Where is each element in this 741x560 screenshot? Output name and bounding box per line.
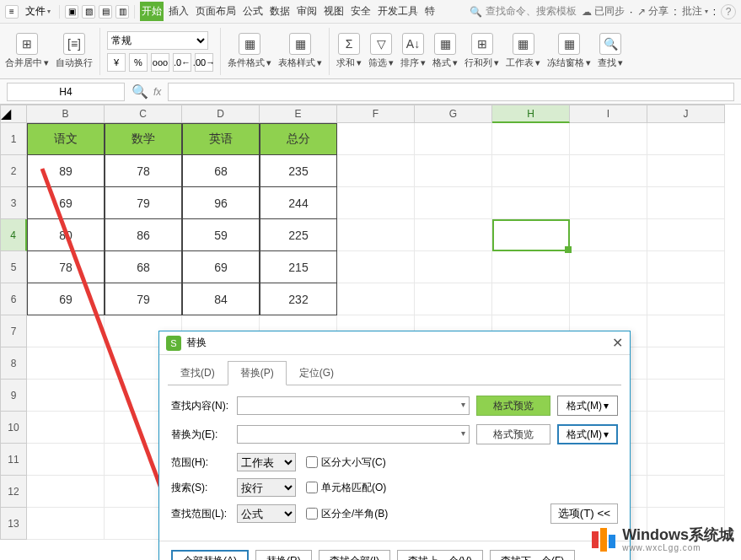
print-preview-icon[interactable]: ▥ xyxy=(115,5,129,19)
col-header[interactable]: F xyxy=(337,105,415,123)
col-header[interactable]: C xyxy=(105,105,182,123)
freeze-group[interactable]: ▦ 冻结窗格▾ xyxy=(547,33,591,69)
cell[interactable]: 96 xyxy=(182,187,260,219)
cell[interactable]: 232 xyxy=(260,283,337,315)
match-width-checkbox[interactable]: 区分全/半角(B) xyxy=(306,507,388,521)
tab-data[interactable]: 数据 xyxy=(268,2,292,21)
cell[interactable]: 68 xyxy=(182,155,260,187)
cell[interactable] xyxy=(570,187,647,219)
tab-view[interactable]: 视图 xyxy=(322,2,346,21)
percent-icon[interactable]: % xyxy=(129,53,148,72)
cell[interactable]: 79 xyxy=(105,187,182,219)
cell[interactable] xyxy=(27,476,105,508)
cell[interactable] xyxy=(647,123,725,155)
format-group[interactable]: ▦ 格式▾ xyxy=(432,33,458,69)
tab-insert[interactable]: 插入 xyxy=(167,2,191,21)
cell[interactable]: 89 xyxy=(27,155,105,187)
cell[interactable] xyxy=(27,380,105,412)
cell[interactable] xyxy=(570,123,647,155)
cell[interactable] xyxy=(647,155,725,187)
replace-format-button[interactable]: 格式(M)▾ xyxy=(557,424,618,444)
cell[interactable] xyxy=(337,123,415,155)
cell[interactable] xyxy=(647,412,725,444)
cell[interactable]: 78 xyxy=(27,251,105,283)
row-header[interactable]: 3 xyxy=(0,187,27,219)
cell[interactable] xyxy=(415,155,492,187)
options-toggle-button[interactable]: 选项(T) << xyxy=(550,503,618,524)
row-header[interactable]: 1 xyxy=(0,123,27,155)
decrease-decimal-icon[interactable]: .0← xyxy=(173,53,191,72)
cell[interactable] xyxy=(492,187,570,219)
cell[interactable] xyxy=(492,123,570,155)
row-header[interactable]: 13 xyxy=(0,508,27,540)
tab-devtools[interactable]: 开发工具 xyxy=(376,2,420,21)
table-style-group[interactable]: ▦ 表格样式▾ xyxy=(278,33,322,69)
cell[interactable]: 59 xyxy=(182,219,260,251)
replace-all-button[interactable]: 全部替换(A) xyxy=(171,550,249,560)
cell[interactable] xyxy=(570,251,647,283)
dialog-titlebar[interactable]: S 替换 ✕ xyxy=(159,331,630,355)
row-header[interactable]: 11 xyxy=(0,444,27,476)
cell[interactable]: 215 xyxy=(260,251,337,283)
scope-select[interactable]: 工作表 xyxy=(237,453,296,471)
cell[interactable] xyxy=(570,219,647,251)
row-header[interactable]: 6 xyxy=(0,283,27,315)
cell[interactable] xyxy=(27,347,105,380)
tab-replace[interactable]: 替换(P) xyxy=(228,361,287,385)
cell[interactable] xyxy=(337,155,415,187)
auto-wrap-group[interactable]: [≡] 自动换行 xyxy=(56,33,93,69)
cell[interactable] xyxy=(27,412,105,444)
find-all-button[interactable]: 查找全部(I) xyxy=(319,550,390,560)
print-icon[interactable]: ▤ xyxy=(99,5,112,19)
row-header[interactable]: 5 xyxy=(0,251,27,283)
match-cell-checkbox[interactable]: 单元格匹配(O) xyxy=(306,481,386,495)
col-header[interactable]: I xyxy=(570,105,647,123)
cell[interactable]: 69 xyxy=(27,187,105,219)
number-format-select[interactable]: 常规 xyxy=(107,31,208,50)
cell[interactable] xyxy=(647,476,725,508)
help-icon[interactable]: ? xyxy=(721,4,736,19)
col-header[interactable]: J xyxy=(647,105,725,123)
cell[interactable]: 68 xyxy=(105,251,182,283)
currency-icon[interactable]: ¥ xyxy=(107,53,126,72)
col-header[interactable]: E xyxy=(260,105,337,123)
tab-home[interactable]: 开始 xyxy=(140,2,164,21)
col-header[interactable]: G xyxy=(415,105,492,123)
name-box[interactable]: H4 xyxy=(7,83,125,101)
find-group[interactable]: 🔍 查找▾ xyxy=(598,33,623,69)
cell[interactable]: 总分 xyxy=(260,123,337,155)
cell[interactable] xyxy=(337,219,415,251)
annotate-button[interactable]: 批注 ▾ xyxy=(682,4,708,19)
cell[interactable]: 86 xyxy=(105,219,182,251)
file-menu[interactable]: 文件 ▾ xyxy=(22,4,54,19)
replace-input[interactable]: ▾ xyxy=(237,425,470,444)
formula-bar[interactable] xyxy=(168,83,734,101)
merge-center-group[interactable]: ⊞ 合并居中▾ xyxy=(5,33,49,69)
sync-status[interactable]: ☁ 已同步 xyxy=(582,4,625,19)
cell[interactable]: 69 xyxy=(182,251,260,283)
cell[interactable] xyxy=(647,444,725,476)
match-case-checkbox[interactable]: 区分大小写(C) xyxy=(306,455,386,470)
cell[interactable]: 79 xyxy=(105,283,182,315)
cell[interactable] xyxy=(415,219,492,251)
cell[interactable]: 语文 xyxy=(27,123,105,155)
row-header[interactable]: 8 xyxy=(0,347,27,380)
worksheet-group[interactable]: ▦ 工作表▾ xyxy=(506,33,540,69)
row-header[interactable]: 9 xyxy=(0,380,27,412)
cell[interactable]: 69 xyxy=(27,283,105,315)
cell[interactable] xyxy=(492,155,570,187)
cell[interactable] xyxy=(647,219,725,251)
tab-goto[interactable]: 定位(G) xyxy=(287,361,346,385)
row-header[interactable]: 4 xyxy=(0,219,27,251)
cell[interactable] xyxy=(647,347,725,380)
cell[interactable]: 235 xyxy=(260,155,337,187)
cell[interactable] xyxy=(647,380,725,412)
cond-format-group[interactable]: ▦ 条件格式▾ xyxy=(228,33,271,69)
tab-page-layout[interactable]: 页面布局 xyxy=(194,2,238,21)
col-header[interactable]: H xyxy=(492,105,570,123)
select-all-corner[interactable]: ◢ xyxy=(0,105,27,123)
cell[interactable] xyxy=(647,315,725,347)
cell[interactable] xyxy=(415,251,492,283)
comma-icon[interactable]: ooo xyxy=(151,53,169,72)
cell[interactable] xyxy=(492,283,570,315)
